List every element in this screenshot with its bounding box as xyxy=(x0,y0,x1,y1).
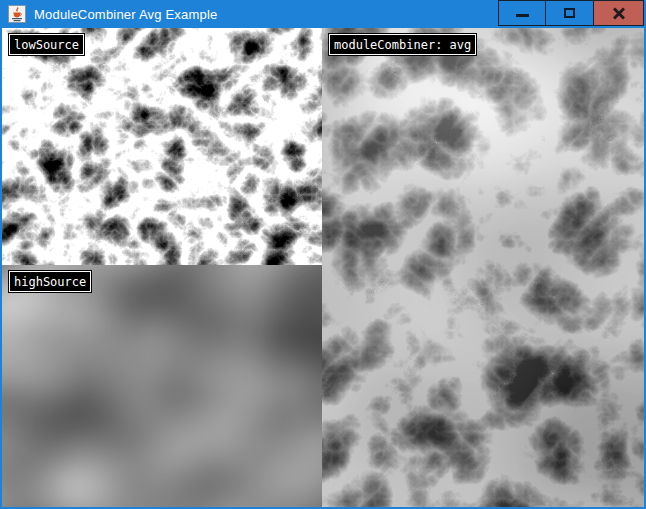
window-title: ModuleCombiner Avg Example xyxy=(34,7,217,22)
java-coffee-cup-icon xyxy=(8,5,26,23)
maximize-icon xyxy=(564,8,575,18)
close-button[interactable] xyxy=(594,0,644,26)
right-column: moduleCombiner: avg xyxy=(322,28,644,507)
titlebar[interactable]: ModuleCombiner Avg Example xyxy=(2,0,644,28)
left-column: lowSource highSo xyxy=(2,28,322,507)
panel-module-combiner: moduleCombiner: avg xyxy=(322,28,644,507)
high-source-noise-texture xyxy=(2,265,322,507)
panel-label-module-combiner: moduleCombiner: avg xyxy=(329,34,476,55)
java-app-icon[interactable] xyxy=(8,5,26,23)
close-icon xyxy=(612,6,626,20)
panel-label-low-source: lowSource xyxy=(9,34,84,55)
maximize-button[interactable] xyxy=(546,0,594,26)
module-combiner-noise-texture xyxy=(322,28,644,507)
panel-low-source: lowSource xyxy=(2,28,322,265)
app-window: ModuleCombiner Avg Example xyxy=(0,0,646,509)
low-source-noise-texture xyxy=(2,28,322,265)
panel-high-source: highSource xyxy=(2,265,322,507)
window-controls xyxy=(498,0,644,26)
minimize-icon xyxy=(516,14,529,17)
minimize-button[interactable] xyxy=(498,0,546,26)
panel-label-high-source: highSource xyxy=(9,271,91,292)
canvas-area: lowSource highSo xyxy=(2,28,644,507)
